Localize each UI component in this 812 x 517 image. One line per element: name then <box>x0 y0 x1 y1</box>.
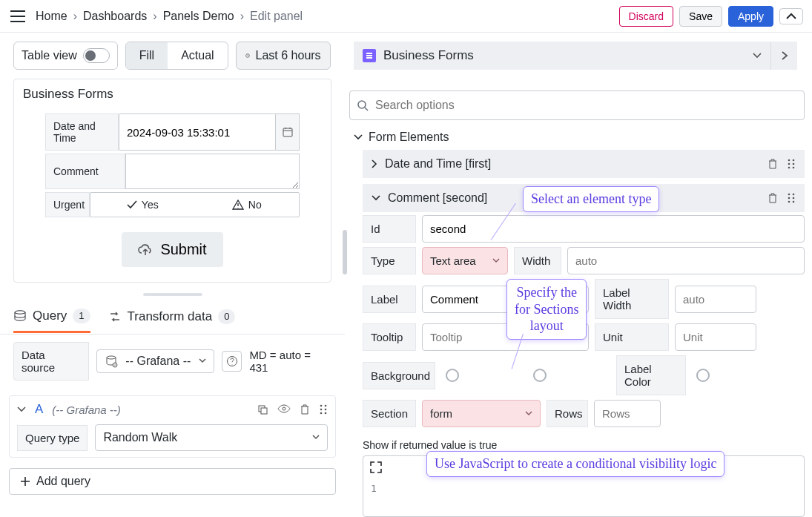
chevron-down-icon[interactable] <box>17 406 26 412</box>
add-query-button[interactable]: Add query <box>9 468 336 495</box>
search-input[interactable] <box>349 90 805 120</box>
question-icon <box>226 355 238 367</box>
table-view-toggle[interactable]: Table view <box>13 42 118 70</box>
prop-type-select[interactable]: Text area <box>422 247 508 274</box>
svg-point-13 <box>325 405 327 407</box>
prop-unit-input[interactable] <box>675 323 756 351</box>
breadcrumb: Home › Dashboards › Panels Demo › Edit p… <box>36 10 303 23</box>
datetime-input[interactable] <box>119 113 276 151</box>
plus-icon <box>20 476 30 487</box>
tab-transform[interactable]: Transform data 0 <box>108 302 236 332</box>
eye-icon[interactable] <box>277 404 291 415</box>
calendar-icon[interactable] <box>276 113 300 151</box>
search-icon <box>357 99 369 111</box>
chevron-right-icon <box>372 159 377 168</box>
query-letter[interactable]: A <box>35 402 43 417</box>
svg-point-30 <box>793 201 795 203</box>
menu-icon[interactable] <box>9 7 27 25</box>
svg-point-15 <box>325 409 327 411</box>
datasource-select[interactable]: -- Grafana -- <box>96 349 214 373</box>
collapse-icon[interactable] <box>779 8 803 24</box>
breadcrumb-dashboards[interactable]: Dashboards <box>83 10 147 23</box>
fill-actual-segment: Fill Actual <box>125 42 228 70</box>
svg-point-17 <box>325 412 327 415</box>
database-icon <box>105 355 118 368</box>
tab-transform-label: Transform data <box>128 309 213 324</box>
breadcrumb-edit-panel: Edit panel <box>250 10 303 23</box>
chevron-down-icon <box>492 258 500 264</box>
chevron-down-icon <box>312 435 320 441</box>
section-form-elements[interactable]: Form Elements <box>349 128 812 147</box>
toggle-pill[interactable] <box>83 48 110 63</box>
prop-rows-input[interactable] <box>594 400 661 427</box>
cloud-upload-icon <box>138 243 153 257</box>
line-number: 1 <box>371 483 377 494</box>
prop-width-input[interactable] <box>567 247 805 274</box>
prop-id-input[interactable] <box>422 215 805 243</box>
apply-button[interactable]: Apply <box>728 6 773 27</box>
expand-icon[interactable] <box>369 461 383 474</box>
prop-unit-label: Unit <box>595 323 669 351</box>
viz-picker: Business Forms <box>354 42 797 70</box>
prop-section-select[interactable]: form <box>422 400 541 427</box>
fill-option[interactable]: Fill <box>126 42 168 69</box>
no-label: No <box>248 199 262 211</box>
transform-icon <box>108 311 122 323</box>
database-icon <box>13 310 27 322</box>
callout-line1: Specify the <box>515 284 578 301</box>
trash-icon[interactable] <box>300 404 310 415</box>
urgent-no-option[interactable]: No <box>195 193 300 217</box>
actual-option[interactable]: Actual <box>168 42 227 69</box>
tab-query[interactable]: Query 1 <box>13 301 90 333</box>
time-range-button[interactable]: Last 6 hours <box>236 42 331 70</box>
svg-rect-2 <box>366 55 372 56</box>
chevron-down-icon <box>753 53 762 59</box>
urgent-yes-option[interactable]: Yes <box>90 193 195 217</box>
callout-line2: for Sections <box>515 301 578 318</box>
panel-title: Business Forms <box>23 87 322 102</box>
submit-label: Submit <box>160 241 206 258</box>
svg-rect-4 <box>283 128 292 136</box>
vertical-resize-handle[interactable] <box>343 230 349 304</box>
query-type-value: Random Walk <box>103 431 177 444</box>
breadcrumb-home[interactable]: Home <box>36 10 67 23</box>
submit-button[interactable]: Submit <box>122 232 222 267</box>
query-type-select[interactable]: Random Walk <box>95 424 328 451</box>
table-view-label: Table view <box>22 49 77 62</box>
tab-query-label: Query <box>33 309 67 323</box>
chevron-down-icon <box>199 358 206 364</box>
trash-icon[interactable] <box>768 158 778 170</box>
info-button[interactable] <box>222 351 242 372</box>
show-if-label: Show if returned value is true <box>363 439 805 451</box>
drag-handle-icon[interactable] <box>787 192 796 204</box>
add-query-label: Add query <box>36 475 90 488</box>
save-button[interactable]: Save <box>679 6 722 27</box>
datasource-label: Data source <box>13 342 89 381</box>
background-radio-2[interactable] <box>533 369 547 382</box>
resize-handle[interactable] <box>0 290 345 299</box>
comment-textarea[interactable] <box>125 154 300 189</box>
query-tabs: Query 1 Transform data 0 <box>0 299 345 335</box>
svg-point-22 <box>793 163 795 165</box>
md-text: MD = auto = 431 <box>249 349 331 374</box>
duplicate-icon[interactable] <box>257 404 268 415</box>
labelcolor-radio[interactable] <box>696 369 710 382</box>
prop-labelwidth-input[interactable] <box>675 286 756 313</box>
prop-label-label: Label <box>363 286 416 313</box>
element-first[interactable]: Date and Time [first] <box>363 150 805 178</box>
background-radio[interactable] <box>446 369 459 382</box>
callout-section: Specify the for Sections layout <box>506 279 587 340</box>
check-icon <box>127 200 137 209</box>
drag-handle-icon[interactable] <box>787 158 796 170</box>
viz-picker-button[interactable]: Business Forms <box>354 48 770 63</box>
expand-sidebar-button[interactable] <box>770 42 797 70</box>
prop-section-label: Section <box>363 400 416 427</box>
transform-count-badge: 0 <box>218 309 235 324</box>
svg-point-28 <box>793 197 795 200</box>
breadcrumb-panels-demo[interactable]: Panels Demo <box>163 10 234 23</box>
svg-point-18 <box>358 101 366 108</box>
trash-icon[interactable] <box>768 192 778 204</box>
drag-handle-icon[interactable] <box>319 404 328 415</box>
discard-button[interactable]: Discard <box>619 6 673 27</box>
prop-width-label: Width <box>514 247 561 274</box>
